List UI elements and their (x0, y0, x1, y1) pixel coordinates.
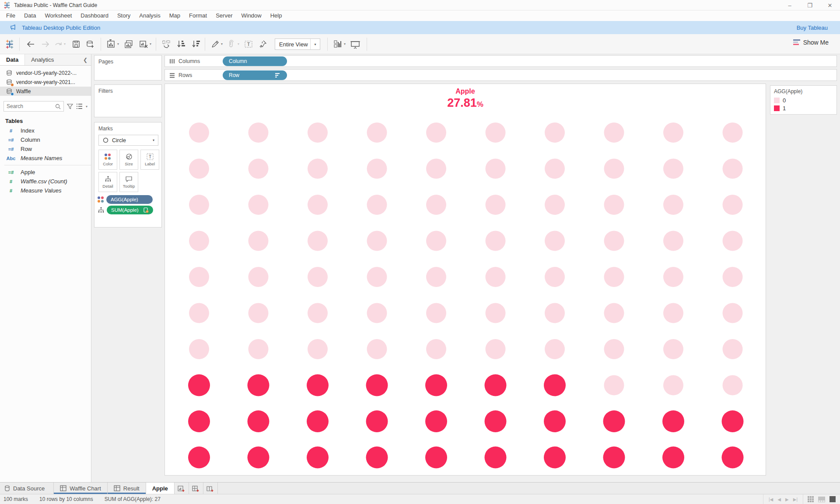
waffle-dot[interactable] (485, 374, 507, 396)
clear-sheet-caret-icon[interactable]: ▾ (150, 42, 151, 46)
waffle-dot[interactable] (663, 267, 683, 287)
waffle-dot[interactable] (426, 267, 446, 287)
save-button[interactable] (71, 39, 81, 49)
mark-pill-agg-apple-[interactable]: AGG(Apple) (106, 195, 153, 204)
waffle-dot[interactable] (248, 122, 269, 143)
field-column[interactable]: =#Column (0, 135, 91, 144)
waffle-dot[interactable] (367, 339, 387, 359)
sort-ascending-button[interactable] (176, 39, 186, 49)
waffle-dot[interactable] (308, 195, 328, 215)
cards-caret-icon[interactable]: ▾ (344, 42, 346, 46)
size-button[interactable]: Size (119, 150, 138, 170)
waffle-dot[interactable] (426, 231, 446, 251)
field-index[interactable]: #Index (0, 126, 91, 135)
waffle-dot[interactable] (308, 231, 328, 251)
waffle-dot[interactable] (248, 374, 270, 396)
datasource-item[interactable]: Waffle (0, 87, 91, 96)
search-input[interactable] (7, 103, 45, 109)
rows-pill[interactable]: Row (223, 70, 287, 80)
waffle-dot[interactable] (545, 267, 565, 287)
waffle-dot[interactable] (485, 410, 507, 432)
legend-item[interactable]: 0 (770, 96, 836, 104)
last-sheet-icon[interactable]: ▶| (793, 497, 798, 502)
waffle-dot[interactable] (723, 231, 743, 251)
fit-selector[interactable]: Entire View ▾ (275, 38, 320, 50)
waffle-dot[interactable] (308, 159, 328, 179)
label-button[interactable]: TLabel (140, 150, 159, 170)
waffle-dot[interactable] (188, 447, 210, 469)
waffle-dot[interactable] (545, 231, 565, 251)
new-dashboard-tab-button[interactable] (189, 483, 203, 494)
waffle-dot[interactable] (545, 303, 565, 323)
waffle-dot[interactable] (189, 231, 209, 251)
waffle-dot[interactable] (663, 339, 683, 359)
show-filmstrip-icon[interactable] (818, 497, 825, 502)
menu-worksheet[interactable]: Worksheet (40, 10, 76, 21)
new-story-tab-button[interactable] (203, 483, 218, 494)
collapse-pane-icon[interactable]: ❮ (80, 54, 91, 65)
waffle-dot[interactable] (604, 339, 624, 359)
pages-shelf[interactable]: Pages (94, 55, 162, 80)
waffle-dot[interactable] (426, 122, 446, 143)
datasource-item[interactable]: vendor-ww-yearly-2021... (0, 77, 91, 87)
waffle-dot[interactable] (723, 375, 743, 396)
columns-pill[interactable]: Column (223, 56, 287, 66)
waffle-dot[interactable] (188, 374, 210, 396)
fix-axes-button[interactable] (257, 39, 268, 49)
tab-analytics[interactable]: Analytics (24, 54, 80, 65)
waffle-dot[interactable] (367, 159, 387, 179)
mark-type-dropdown[interactable]: Circle ▾ (98, 135, 158, 146)
sheet-tab-data-source[interactable]: Data Source (0, 483, 54, 494)
clear-sheet-button[interactable] (138, 39, 149, 49)
sheet-tab-result[interactable]: Result (108, 483, 146, 494)
filter-fields-icon[interactable] (66, 103, 74, 110)
buy-tableau-link[interactable]: Buy Tableau (797, 24, 828, 31)
waffle-dot[interactable] (366, 447, 388, 469)
waffle-dot[interactable] (486, 231, 506, 251)
waffle-dot[interactable] (189, 303, 209, 323)
waffle-dot[interactable] (248, 303, 269, 323)
waffle-dot[interactable] (485, 447, 507, 469)
waffle-dot[interactable] (307, 410, 329, 432)
waffle-dot[interactable] (663, 375, 683, 396)
waffle-dot[interactable] (723, 339, 743, 359)
waffle-dot[interactable] (723, 303, 743, 323)
field-apple[interactable]: =#Apple (0, 168, 91, 177)
waffle-dot[interactable] (722, 447, 744, 469)
tooltip-button[interactable]: Tooltip (119, 172, 138, 192)
swap-rows-columns-button[interactable] (161, 39, 172, 49)
waffle-dot[interactable] (248, 159, 269, 179)
waffle-dot[interactable] (308, 339, 328, 359)
waffle-dot[interactable] (189, 267, 209, 287)
highlight-button[interactable] (210, 39, 220, 49)
waffle-dot[interactable] (367, 231, 387, 251)
waffle-dot[interactable] (425, 410, 447, 432)
waffle-dot[interactable] (308, 122, 328, 143)
waffle-dot[interactable] (486, 303, 506, 323)
waffle-dot[interactable] (486, 159, 506, 179)
waffle-dot[interactable] (723, 122, 743, 143)
waffle-dot[interactable] (663, 195, 683, 215)
waffle-dot[interactable] (248, 231, 269, 251)
fit-selector-caret-icon[interactable]: ▾ (310, 39, 320, 49)
waffle-dot[interactable] (603, 410, 625, 432)
new-worksheet-tab-button[interactable] (175, 483, 189, 494)
waffle-dot[interactable] (486, 267, 506, 287)
menu-server[interactable]: Server (211, 10, 237, 21)
view-options-caret-icon[interactable]: ▾ (86, 105, 88, 108)
field-row[interactable]: =#Row (0, 144, 91, 154)
menu-data[interactable]: Data (20, 10, 40, 21)
waffle-dot[interactable] (248, 447, 270, 469)
minimize-button[interactable]: – (780, 0, 800, 10)
rows-shelf[interactable]: Rows Row (164, 69, 837, 81)
restore-button[interactable]: ❐ (800, 0, 820, 10)
waffle-dot[interactable] (248, 267, 269, 287)
waffle-dot[interactable] (723, 195, 743, 215)
waffle-dot[interactable] (544, 410, 566, 432)
menu-dashboard[interactable]: Dashboard (76, 10, 113, 21)
waffle-dot[interactable] (663, 303, 683, 323)
waffle-dot[interactable] (366, 374, 388, 396)
show-hide-cards-button[interactable] (332, 39, 343, 49)
waffle-dot[interactable] (545, 195, 565, 215)
menu-help[interactable]: Help (266, 10, 287, 21)
